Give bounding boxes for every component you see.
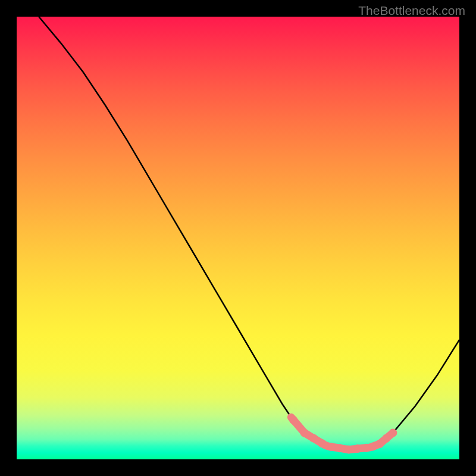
- highlight-dot: [289, 416, 298, 424]
- highlight-dot: [336, 444, 344, 452]
- highlight-dot: [375, 440, 384, 448]
- highlight-dots-group: [289, 416, 397, 454]
- highlight-dot: [389, 428, 397, 437]
- highlight-dot: [345, 446, 353, 454]
- highlight-dot: [327, 443, 335, 451]
- chart-svg: [17, 17, 459, 459]
- bottleneck-curve: [39, 17, 459, 450]
- highlight-dot: [318, 439, 326, 447]
- watermark-text: TheBottleneck.com: [358, 4, 465, 18]
- highlight-dot: [353, 444, 362, 453]
- chart-container: [17, 17, 459, 459]
- highlight-dot: [309, 434, 318, 442]
- highlight-dot: [382, 434, 390, 443]
- highlight-dot: [300, 428, 309, 437]
